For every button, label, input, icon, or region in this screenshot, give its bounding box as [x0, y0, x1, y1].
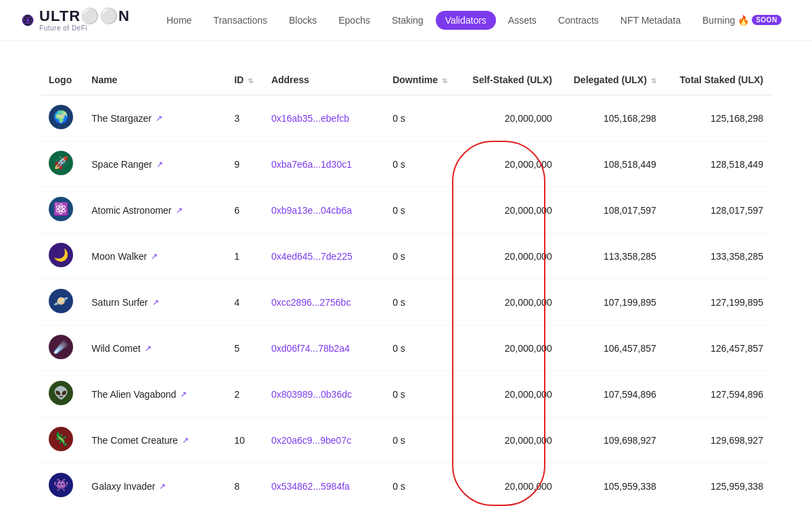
validator-self-staked-cell: 20,000,000	[459, 187, 560, 233]
external-link-icon[interactable]: ↗	[152, 298, 159, 307]
validator-address-cell: 0x803989...0b36dc	[263, 371, 384, 417]
validator-address-link[interactable]: 0x803989...0b36dc	[271, 389, 352, 400]
svg-text:👾: 👾	[53, 478, 69, 492]
downtime-sort-icon: ⇅	[442, 77, 447, 85]
nav-nft-metadata[interactable]: NFT Metadata	[611, 11, 690, 30]
nav-home[interactable]: Home	[157, 11, 201, 30]
nav-transactions[interactable]: Transactions	[204, 11, 277, 30]
table-row: 🌍 The Stargazer ↗ 3 0x16ab35...ebefcb 0 …	[41, 95, 771, 141]
validator-downtime-cell: 0 s	[384, 141, 459, 187]
external-link-icon[interactable]: ↗	[180, 390, 187, 399]
nav-validators[interactable]: Validators	[436, 11, 496, 30]
validator-delegated-cell: 108,017,597	[560, 187, 664, 233]
svg-text:⚛️: ⚛️	[53, 202, 69, 216]
nav-burning[interactable]: Burning 🔥 SOON	[693, 11, 791, 30]
col-header-name: Name	[83, 68, 226, 95]
validator-logo-cell: 🌙	[41, 233, 83, 279]
external-link-icon[interactable]: ↗	[156, 160, 163, 169]
validator-logo-svg: 🌍	[49, 105, 73, 129]
validator-logo-svg: 🪐	[49, 289, 73, 313]
validator-name-cell: Moon Walker ↗	[83, 233, 226, 279]
validator-logo-cell: 🌍	[41, 95, 83, 141]
col-header-logo: Logo	[41, 68, 83, 95]
validator-name-cell: Wild Comet ↗	[83, 325, 226, 371]
svg-text:🌍: 🌍	[53, 110, 69, 124]
validator-downtime-cell: 0 s	[384, 279, 459, 325]
validator-id-cell: 8	[226, 463, 263, 509]
validator-id-cell: 10	[226, 417, 263, 463]
validator-downtime-cell: 0 s	[384, 325, 459, 371]
validator-delegated-cell: 109,698,927	[560, 417, 664, 463]
validator-total-staked-cell: 128,017,597	[664, 187, 771, 233]
table-row: 🪐 Saturn Surfer ↗ 4 0xcc2896...2756bc 0 …	[41, 279, 771, 325]
nav-blocks[interactable]: Blocks	[279, 11, 326, 30]
validator-total-staked-cell: 127,594,896	[664, 371, 771, 417]
validator-address-link[interactable]: 0x16ab35...ebefcb	[271, 113, 349, 124]
validator-name-cell: Space Ranger ↗	[83, 141, 226, 187]
svg-text:🚀: 🚀	[53, 156, 69, 170]
validator-name-cell: Atomic Astronomer ↗	[83, 187, 226, 233]
validator-address-cell: 0x534862...5984fa	[263, 463, 384, 509]
validator-address-link[interactable]: 0x4ed645...7de225	[271, 251, 353, 262]
validator-id-cell: 9	[226, 141, 263, 187]
id-sort-icon: ⇅	[248, 77, 253, 85]
external-link-icon[interactable]: ↗	[182, 436, 189, 445]
validator-address-link[interactable]: 0x534862...5984fa	[271, 481, 350, 492]
validator-delegated-cell: 105,168,298	[560, 95, 664, 141]
table-row: ⚛️ Atomic Astronomer ↗ 6 0xb9a13e...04cb…	[41, 187, 771, 233]
validator-address-link[interactable]: 0xd06f74...78b2a4	[271, 343, 350, 354]
validator-name-text: Galaxy Invader	[91, 481, 155, 492]
validator-total-staked-cell: 128,518,449	[664, 141, 771, 187]
validator-downtime-cell: 0 s	[384, 187, 459, 233]
burning-label: Burning 🔥	[702, 15, 749, 26]
nav-epochs[interactable]: Epochs	[329, 11, 380, 30]
validator-name-text: The Comet Creature	[91, 435, 178, 446]
validator-total-staked-cell: 125,959,338	[664, 463, 771, 509]
logo-title: ULTR⚪⚪N	[39, 8, 130, 24]
validator-address-link[interactable]: 0xb9a13e...04cb6a	[271, 205, 352, 216]
table-row: 🌙 Moon Walker ↗ 1 0x4ed645...7de225 0 s …	[41, 233, 771, 279]
validator-logo-cell: 👾	[41, 463, 83, 509]
validators-table: Logo Name ID ⇅ Address Downtime ⇅ Self-S…	[41, 68, 771, 508]
col-header-address: Address	[263, 68, 384, 95]
nav-contracts[interactable]: Contracts	[549, 11, 608, 30]
validator-name-text: Moon Walker	[91, 251, 147, 262]
external-link-icon[interactable]: ↗	[156, 114, 162, 123]
table-body: 🌍 The Stargazer ↗ 3 0x16ab35...ebefcb 0 …	[41, 95, 771, 509]
validator-address-link[interactable]: 0x20a6c9...9be07c	[271, 435, 351, 446]
svg-text:🦎: 🦎	[53, 432, 69, 446]
table-wrapper: Logo Name ID ⇅ Address Downtime ⇅ Self-S…	[41, 68, 771, 508]
external-link-icon[interactable]: ↗	[145, 344, 152, 353]
validator-address-cell: 0xba7e6a...1d30c1	[263, 141, 384, 187]
nav-assets[interactable]: Assets	[499, 11, 546, 30]
navbar: ULTR⚪⚪N Future of DeFi Home Transactions…	[0, 0, 812, 41]
validator-logo-cell: 🪐	[41, 279, 83, 325]
svg-text:🌙: 🌙	[53, 248, 69, 262]
external-link-icon[interactable]: ↗	[151, 252, 158, 261]
col-header-delegated: Delegated (ULX) ⇅	[560, 68, 664, 95]
delegated-sort-icon: ⇅	[651, 77, 656, 85]
external-link-icon[interactable]: ↗	[176, 206, 183, 215]
validator-id-cell: 4	[226, 279, 263, 325]
validator-name-text: The Alien Vagabond	[91, 389, 176, 400]
table-row: 👽 The Alien Vagabond ↗ 2 0x803989...0b36…	[41, 371, 771, 417]
col-header-total-staked: Total Staked (ULX)	[664, 68, 771, 95]
validator-address-cell: 0xcc2896...2756bc	[263, 279, 384, 325]
validator-address-cell: 0x16ab35...ebefcb	[263, 95, 384, 141]
nav-links: Home Transactions Blocks Epochs Staking …	[157, 11, 791, 30]
validator-name-cell: Galaxy Invader ↗	[83, 463, 226, 509]
validator-logo-cell: 👽	[41, 371, 83, 417]
external-link-icon[interactable]: ↗	[159, 482, 166, 491]
validator-logo-svg: 🌙	[49, 243, 73, 267]
table-header: Logo Name ID ⇅ Address Downtime ⇅ Self-S…	[41, 68, 771, 95]
validator-address-link[interactable]: 0xcc2896...2756bc	[271, 297, 351, 308]
svg-point-3	[26, 18, 29, 21]
logo: ULTR⚪⚪N Future of DeFi	[22, 5, 130, 35]
nav-staking[interactable]: Staking	[382, 11, 433, 30]
validator-logo-svg: 🚀	[49, 151, 73, 175]
validator-address-link[interactable]: 0xba7e6a...1d30c1	[271, 159, 352, 170]
validator-self-staked-cell: 20,000,000	[459, 463, 560, 509]
validator-total-staked-cell: 127,199,895	[664, 279, 771, 325]
validator-logo-cell: ⚛️	[41, 187, 83, 233]
main-content: Logo Name ID ⇅ Address Downtime ⇅ Self-S…	[0, 41, 812, 508]
